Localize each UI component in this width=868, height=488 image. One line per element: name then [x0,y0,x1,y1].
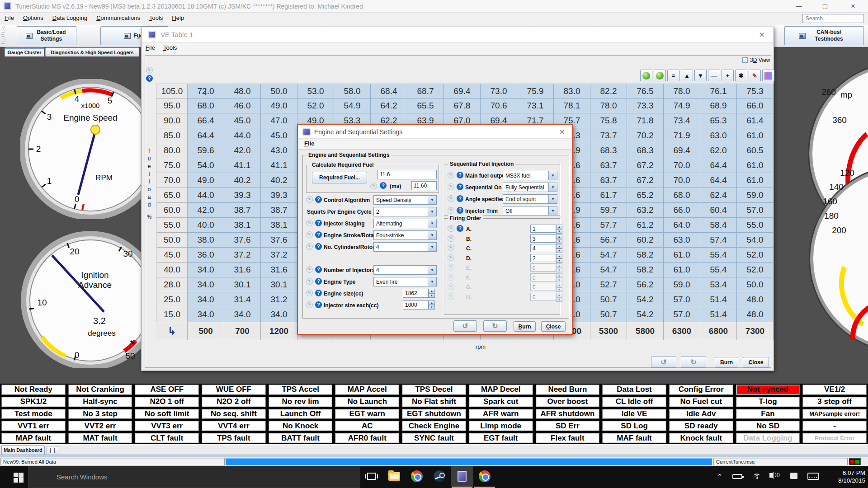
ve-cell[interactable]: 30.1 [224,277,261,292]
field-edit-icon[interactable]: ✎ [306,231,313,238]
ve-cell[interactable]: 49.0 [261,99,297,113]
ve-cell[interactable]: 78.0 [590,99,627,113]
ve-cell[interactable]: 69.4 [664,143,700,158]
steam-button[interactable] [428,466,451,487]
ve-cell[interactable]: 58.2 [627,263,664,277]
dialog-close-button[interactable]: Close [541,321,566,332]
field-edit-icon[interactable]: ✎ [448,254,454,261]
ve-cell[interactable]: 64.2 [371,99,407,113]
field-help-icon[interactable]: ? [457,172,463,178]
ve-cell[interactable]: 48.0 [224,84,261,99]
field-help-icon[interactable]: ? [457,183,463,190]
view-3d-toggle[interactable]: 3D View [742,57,770,63]
ve-close-button[interactable]: Close [743,357,769,368]
ve-cell[interactable]: 68.3 [590,143,627,158]
spin-up-icon[interactable]: ▲ [556,244,562,249]
ve-cell[interactable]: 69.4 [444,84,481,99]
ve-burn-button[interactable]: Burn [715,357,738,368]
ve-cell[interactable]: 54.7 [590,263,627,277]
ve-cell[interactable]: 59.0 [664,277,700,292]
ve-cell[interactable]: 42.0 [224,143,261,158]
table-help-icon[interactable]: ? [146,75,153,82]
toolbar-grip[interactable] [1,26,5,45]
ve-cell[interactable]: 48.0 [737,307,774,322]
spinner-engine-size-cc-[interactable]: 1862 [403,289,429,298]
spin-up-icon[interactable]: ▲ [556,225,562,229]
ve-undo-button[interactable]: ↺ [651,356,676,368]
ve-cell[interactable]: 58.0 [334,84,371,99]
edit-pencil-icon[interactable]: ✎ [749,70,761,81]
ve-cell[interactable]: 54.2 [627,307,664,322]
ve-cell[interactable]: 31.4 [224,292,261,307]
ve-cell[interactable]: 68.0 [188,99,224,113]
ve-cell[interactable]: 54.7 [590,248,627,263]
dropdown-control-algorithm[interactable]: Speed Density▼ [373,195,437,205]
file-explorer-button[interactable] [383,466,406,487]
ve-cell[interactable]: 41.1 [224,158,261,173]
field-help-icon[interactable]: ? [457,195,463,202]
field-help-icon[interactable]: ? [457,225,463,232]
ve-cell[interactable]: 40.2 [261,173,297,188]
ve-cell[interactable]: 59.0 [737,188,774,203]
ve-cell[interactable]: 64.4 [700,173,737,188]
ve-cell[interactable]: 40.2 [224,173,261,188]
ve-cell[interactable]: 61.2 [627,218,664,233]
spin-down-icon[interactable]: ▼ [556,229,562,234]
ve-cell[interactable]: 58.2 [627,248,664,263]
ve-cell[interactable]: 73.3 [627,99,664,113]
ve-cell[interactable]: 52.0 [737,248,774,263]
ve-cell[interactable]: 57.4 [700,233,737,248]
ve-cell[interactable]: 63.2 [627,203,664,218]
ve-cell[interactable]: 50.0 [737,277,774,292]
ve-redo-button[interactable]: ↻ [681,356,706,368]
field-edit-icon[interactable]: ✎ [448,172,454,178]
field-edit-icon[interactable]: ✎ [306,196,313,203]
ms-edit-icon[interactable]: ✎ [370,183,377,189]
ve-cell[interactable]: 61.7 [590,188,627,203]
ve-cell[interactable]: 53.4 [700,277,737,292]
ve-cell[interactable]: 31.6 [261,263,297,277]
ve-cell[interactable]: 74.9 [664,99,700,113]
ve-cell[interactable]: 45.0 [261,128,297,143]
ve-cell[interactable]: 31.6 [224,263,261,277]
ve-cell[interactable]: 67.2 [627,158,664,173]
ve-cell[interactable]: 63.7 [590,173,627,188]
ve-cell[interactable]: 75.3 [737,84,774,99]
ve-cell[interactable]: 34.0 [188,307,224,322]
spin-down-icon[interactable]: ▼ [556,249,562,253]
minimize-button[interactable]: — [792,2,806,11]
ve-cell[interactable]: 54.2 [627,292,664,307]
dropdown-injector-staging[interactable]: Alternating▼ [373,219,437,228]
ve-cell[interactable]: 34.0 [188,292,224,307]
field-edit-icon[interactable]: ✎ [448,225,454,232]
spin-up-icon[interactable]: ▲ [556,235,562,239]
ve-cell[interactable]: 56.7 [590,233,627,248]
ve-cell[interactable]: 73.1 [517,99,554,113]
tunerstudio-taskbar-button[interactable] [451,466,473,487]
ve-cell[interactable]: 63.0 [664,233,700,248]
field-edit-icon[interactable]: ✎ [306,278,313,285]
ve-cell[interactable]: 39.3 [224,188,261,203]
menu-options[interactable]: Options [23,14,43,21]
ve-cell[interactable]: 68.3 [627,143,664,158]
ve-cell[interactable]: 70.6 [481,99,517,113]
firing-order-field-d[interactable]: 2 [530,254,556,262]
ve-cell[interactable]: 58.4 [700,218,737,233]
ve-menu-tools[interactable]: Tools [163,44,177,51]
ve-cell[interactable]: 36.0 [188,248,224,263]
ve-cell[interactable]: 45.0 [224,113,261,128]
dialog-undo-button[interactable]: ↺ [453,320,477,332]
ve-cell[interactable]: 78.1 [554,99,590,113]
dropdown-number-of-injectors[interactable]: 4▼ [373,265,437,275]
ve-cell[interactable]: 61.0 [737,173,774,188]
ve-cell[interactable]: 53.0 [297,84,334,99]
ve-cell[interactable]: 62.4 [700,188,737,203]
ve-cell[interactable]: 66.0 [664,203,700,218]
spin-up-icon[interactable]: ▲ [429,289,435,293]
ve-cell[interactable]: 61.4 [737,113,774,128]
spinner-buttons[interactable]: ▲▼ [429,300,435,310]
ve-cell[interactable]: 55.0 [737,218,774,233]
table-edit-pencil-icon[interactable]: ✎ [146,67,153,74]
ve-cell[interactable]: 76.1 [700,84,737,99]
ve-cell[interactable]: 54.0 [737,233,774,248]
